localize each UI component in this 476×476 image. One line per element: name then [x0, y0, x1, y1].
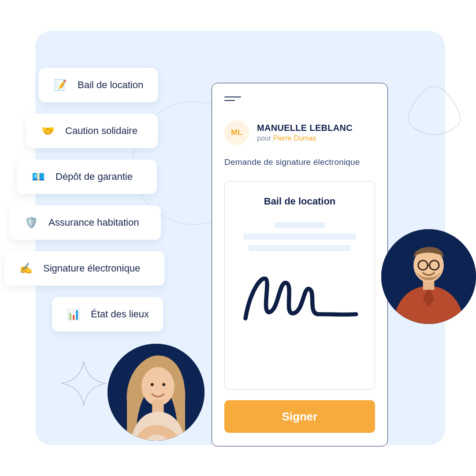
chart-icon: 📊	[64, 305, 83, 324]
feature-label: Assurance habitation	[48, 217, 139, 228]
feature-label: Signature électronique	[43, 263, 140, 274]
pen-icon: ✍️	[17, 259, 35, 278]
document-icon: 📝	[51, 76, 70, 94]
feature-pill-caution[interactable]: 🤝 Caution solidaire	[26, 114, 158, 148]
avatar-photo-right	[381, 229, 476, 324]
avatar: ML	[224, 120, 249, 145]
user-name: MANUELLE LEBLANC	[257, 123, 353, 133]
placeholder-line	[275, 222, 325, 228]
feature-label: Dépôt de garantie	[56, 171, 133, 182]
signature-icon	[237, 264, 362, 331]
avatar-photo-left	[108, 344, 205, 441]
svg-point-1	[141, 367, 175, 406]
shield-icon: 🛡️	[22, 213, 41, 232]
user-subtitle: pour Pierre Dumas	[257, 134, 353, 142]
feature-pill-signature[interactable]: ✍️ Signature électronique	[4, 251, 164, 286]
request-label: Demande de signature électronique	[224, 157, 375, 167]
decorative-star-icon	[57, 357, 110, 410]
feature-pill-assurance[interactable]: 🛡️ Assurance habitation	[10, 205, 161, 240]
svg-point-3	[151, 383, 154, 386]
money-icon: 💶	[29, 167, 48, 186]
document-card: Bail de location	[224, 181, 375, 390]
feature-pill-etat[interactable]: 📊 État des lieux	[52, 297, 163, 331]
phone-mockup: ML MANUELLE LEBLANC pour Pierre Dumas De…	[212, 83, 388, 446]
feature-pill-bail[interactable]: 📝 Bail de location	[39, 68, 158, 102]
svg-rect-2	[152, 400, 164, 414]
placeholder-line	[249, 245, 351, 251]
document-title: Bail de location	[237, 196, 362, 207]
handshake-icon: 🤝	[39, 122, 57, 140]
svg-point-4	[162, 383, 165, 386]
feature-pill-depot[interactable]: 💶 Dépôt de garantie	[17, 160, 157, 194]
hamburger-menu-icon[interactable]	[224, 97, 241, 104]
feature-label: Caution solidaire	[65, 125, 138, 137]
placeholder-line	[243, 234, 356, 240]
user-row: ML MANUELLE LEBLANC pour Pierre Dumas	[224, 120, 375, 145]
feature-label: État des lieux	[91, 309, 149, 320]
sign-button[interactable]: Signer	[224, 400, 375, 433]
feature-label: Bail de location	[78, 79, 143, 91]
